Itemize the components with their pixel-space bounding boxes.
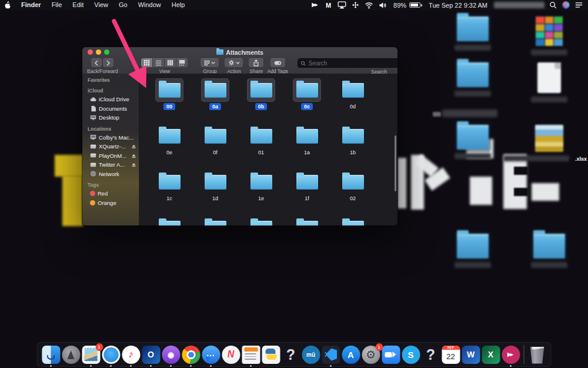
dock-airmail[interactable] [502,346,520,364]
dock-finder[interactable] [42,346,60,364]
airmail-icon[interactable] [310,1,319,9]
folder-item-1c[interactable]: 1c [146,171,192,217]
dock-calendar[interactable]: SEP22 [442,346,460,364]
menu-help[interactable]: Help [166,0,191,10]
airplay-icon[interactable] [338,1,346,9]
folder-item-partial[interactable] [146,217,192,226]
dock-outlook[interactable]: O [142,346,160,364]
notification-center-icon[interactable] [574,1,583,9]
dock-launchpad[interactable] [62,346,80,364]
folder-item-0e[interactable]: 0e [146,125,192,171]
desktop-item-folder[interactable] [454,62,492,97]
wifi-icon[interactable] [365,1,373,9]
close-button[interactable] [88,49,93,55]
folder-item-1f[interactable]: 1f [284,171,330,217]
folder-item-partial[interactable] [330,217,376,226]
sidebar-item-icloud-drive[interactable]: iCloud Drive [82,95,139,104]
add-tags-button[interactable] [270,58,285,67]
dock-news[interactable]: N [222,346,240,364]
sidebar-item-colby-s-mac[interactable]: Colby's Mac... [82,133,139,142]
spotlight-icon[interactable] [549,1,557,9]
battery-indicator[interactable]: 89% [391,2,422,9]
share-button[interactable] [249,58,263,67]
eject-icon[interactable] [131,162,136,167]
folder-item-partial[interactable] [238,217,284,226]
folder-item-1e[interactable]: 1e [238,171,284,217]
folder-item-00[interactable]: 00 [146,79,192,125]
folder-item-1d[interactable]: 1d [192,171,238,217]
sidebar-item-xquartz[interactable]: XQuartz-... [82,142,139,151]
search-field[interactable] [298,58,397,68]
desktop-item-folder[interactable] [454,234,492,268]
folder-item-0c[interactable]: 0c [284,79,330,125]
dock-vscode[interactable] [322,346,340,364]
desktop-item-folder[interactable] [530,234,568,268]
volume-icon[interactable] [378,1,387,9]
dock-music[interactable]: ♪ [122,346,140,364]
sidebar-item-orange[interactable]: Orange [82,198,139,208]
search-input[interactable] [308,59,397,67]
menu-file[interactable]: File [46,0,68,10]
dock-messages[interactable]: … [202,346,220,364]
folder-item-partial[interactable] [192,217,238,226]
dock-python[interactable] [262,346,280,364]
dock-word[interactable]: W [462,346,480,364]
desktop-item-folder[interactable] [454,125,492,159]
view-gallery-button[interactable] [176,58,188,67]
menu-edit[interactable]: Edit [67,0,89,10]
sidebar-item-desktop[interactable]: Desktop [82,113,139,122]
apple-menu-icon[interactable] [0,1,15,9]
zoom-button[interactable] [104,49,109,55]
sidebar-item-network[interactable]: Network [82,170,139,179]
minimize-button[interactable] [96,49,101,55]
title-bar[interactable]: Attachments [82,47,397,57]
scrollbar[interactable] [395,135,396,191]
dock-excel[interactable]: X [482,346,500,364]
folder-item-0d[interactable]: 0d [330,79,376,125]
folder-item-0a[interactable]: 0a [192,79,238,125]
view-list-button[interactable] [153,58,164,67]
folder-item-0f[interactable]: 0f [192,125,238,171]
dock-musescore[interactable]: mû [302,346,320,364]
dock-missing-app[interactable]: ? [282,346,300,364]
dock-textedit[interactable] [242,346,260,364]
forward-button[interactable] [103,58,113,67]
folder-item-02[interactable]: 02 [330,171,376,217]
folder-item-0b[interactable]: 0b [238,79,284,125]
back-button[interactable] [91,58,102,67]
dock-zoom[interactable] [382,346,400,364]
sidebar-item-twitter-a[interactable]: Twitter A... [82,160,139,170]
desktop-item-spreadsheet[interactable]: .xlsx [530,125,568,161]
desktop-item-folder[interactable] [454,16,492,51]
dock-chrome[interactable] [182,346,200,364]
dock-skype[interactable]: S [402,346,420,364]
desktop-item-document[interactable] [530,62,568,102]
desktop-item-mosaic[interactable] [530,16,568,55]
folder-item-1b[interactable]: 1b [330,125,376,171]
malwarebytes-icon[interactable]: M [324,1,333,9]
dock-missing-app[interactable]: ? [422,346,440,364]
sidebar-item-documents[interactable]: Documents [82,104,139,114]
siri-icon[interactable] [562,1,570,9]
view-grid-button[interactable] [141,58,152,67]
menu-view[interactable]: View [89,0,113,10]
folder-item-01[interactable]: 01 [238,125,284,171]
menu-go[interactable]: Go [113,0,133,10]
menu-finder[interactable]: Finder [15,0,46,10]
folder-item-1a[interactable]: 1a [284,125,330,171]
sidebar-item-playonm[interactable]: PlayOnM... [82,151,139,161]
dock-trash[interactable] [528,346,546,364]
menu-clock[interactable]: Tue Sep 22 9:32 AM [429,2,487,9]
dock-safari[interactable] [102,346,120,364]
group-button[interactable] [201,58,219,67]
action-button[interactable] [225,58,243,67]
folder-item-partial[interactable] [284,217,330,226]
dock-mail[interactable]: 1 [82,346,100,364]
menu-window[interactable]: Window [133,0,166,10]
dock-podcasts[interactable]: ◉ [162,346,180,364]
eject-icon[interactable] [131,144,136,149]
move-icon[interactable] [351,1,360,9]
dock-system-preferences[interactable]: ⚙1 [362,346,380,364]
dock-appstore[interactable]: A [342,346,360,364]
eject-icon[interactable] [131,153,136,158]
